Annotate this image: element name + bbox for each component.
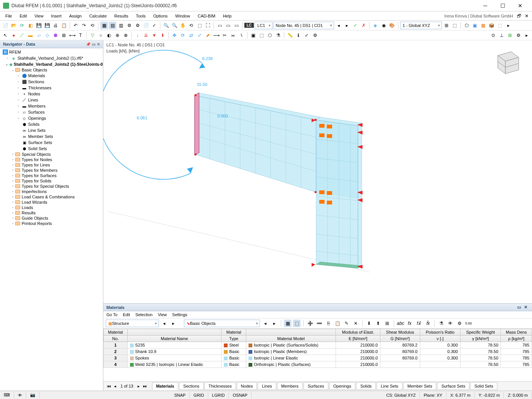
- cube-icon[interactable]: ⬚: [496, 22, 504, 29]
- release-icon[interactable]: ◐: [105, 32, 113, 39]
- mod-icon[interactable]: ⊗: [122, 32, 130, 39]
- grid2-icon[interactable]: ⊞: [506, 32, 514, 39]
- tab-thicknesses[interactable]: Thicknesses: [204, 382, 236, 390]
- open-icon[interactable]: 📂: [10, 22, 17, 29]
- front-icon[interactable]: ▭: [216, 22, 223, 29]
- side-icon[interactable]: ▭: [224, 22, 232, 29]
- menu-settings[interactable]: Settings: [172, 312, 187, 317]
- colors-icon[interactable]: 🎨: [388, 22, 396, 29]
- preview-icon[interactable]: 📋: [60, 22, 68, 29]
- tree-folder-results[interactable]: ›Results: [0, 210, 103, 215]
- dock-icon[interactable]: ▭: [92, 42, 95, 46]
- tree-folder-loads[interactable]: ›Loads: [0, 205, 103, 210]
- workplane-icon[interactable]: ⬚: [451, 22, 459, 29]
- status-eye[interactable]: 👁: [14, 392, 26, 398]
- panel-close-icon[interactable]: ✕: [522, 305, 529, 309]
- mirror-icon[interactable]: ⇄: [187, 32, 195, 39]
- tab-line-sets[interactable]: Line Sets: [377, 382, 402, 390]
- tree-folder-guide-objects[interactable]: ›Guide Objects: [0, 215, 103, 221]
- menu-assign[interactable]: Assign: [65, 13, 86, 19]
- new-icon[interactable]: 📄: [2, 22, 9, 29]
- saveall-icon[interactable]: 💾: [43, 22, 51, 29]
- table-row[interactable]: 4 Weld S235 | Isotropic | Linear Elastic…: [104, 361, 532, 368]
- freeload-icon[interactable]: ⬇: [159, 32, 166, 39]
- open-tool-icon[interactable]: ◇: [43, 32, 51, 39]
- more2-icon[interactable]: ▸: [523, 32, 530, 39]
- clear-icon[interactable]: ✗: [360, 22, 367, 29]
- tree-members[interactable]: ›▬Members: [0, 103, 103, 109]
- box-icon[interactable]: 📦: [488, 22, 496, 29]
- sel-filter-icon[interactable]: ⚗: [274, 32, 282, 39]
- menu-edit[interactable]: Edit: [16, 13, 31, 19]
- materials-table[interactable]: MaterialMaterialModulus of Elast.Shear M…: [103, 329, 532, 368]
- prev2-icon[interactable]: ◂: [261, 320, 269, 327]
- tree-folder-load-wizards[interactable]: ›Load Wizards: [0, 200, 103, 205]
- eye-icon[interactable]: 👁: [446, 320, 454, 327]
- del2-icon[interactable]: ✕: [352, 320, 359, 327]
- load-icon[interactable]: ↓: [134, 32, 141, 39]
- edit2-icon[interactable]: ✎: [343, 320, 350, 327]
- tab-solids[interactable]: Solids: [356, 382, 376, 390]
- prev-lc-icon[interactable]: ◂: [335, 22, 342, 29]
- status-osnap[interactable]: OSNAP: [229, 392, 252, 398]
- extrude-icon[interactable]: ⬈: [204, 32, 212, 39]
- tree-line-sets[interactable]: ⫘Line Sets: [0, 127, 103, 133]
- tree-member-sets[interactable]: ⫘Member Sets: [0, 133, 103, 139]
- tree-nodes[interactable]: ›•Nodes: [0, 91, 103, 97]
- decimals-icon[interactable]: 0.00: [465, 320, 472, 327]
- pan-icon[interactable]: ✋: [179, 22, 187, 29]
- doc-restore-icon[interactable]: 🗗: [515, 12, 523, 20]
- tree-folder-types-for-nodes[interactable]: ›Types for Nodes: [0, 157, 103, 162]
- fit-icon[interactable]: ⛶: [204, 22, 212, 29]
- display-icon[interactable]: ◈: [372, 22, 379, 29]
- tree-folder-types-for-special-objects[interactable]: ›Types for Special Objects: [0, 184, 103, 189]
- doc-close-icon[interactable]: ✕: [523, 12, 530, 20]
- nav-close-icon[interactable]: ✕: [97, 42, 100, 46]
- render-icon[interactable]: ◉: [380, 22, 388, 29]
- info-icon[interactable]: ℹ: [294, 32, 302, 39]
- member-tool-icon[interactable]: ▬: [27, 32, 34, 39]
- tree-thicknesses[interactable]: ›▬Thicknesses: [0, 85, 103, 91]
- menu-window[interactable]: Window: [171, 13, 194, 19]
- maximize-button[interactable]: ☐: [494, 0, 511, 11]
- tree-folder-printout-reports[interactable]: ›Printout Reports: [0, 221, 103, 226]
- hinge-icon[interactable]: ○: [97, 32, 104, 39]
- measure-icon[interactable]: 📏: [286, 32, 294, 39]
- addon-icon[interactable]: ▦: [480, 22, 487, 29]
- export-icon[interactable]: ⬆: [374, 320, 382, 327]
- cs-combo[interactable]: 1 - Global XYZ: [400, 22, 442, 29]
- next2-icon[interactable]: ▸: [271, 320, 278, 327]
- history-icon[interactable]: ⟲: [89, 22, 96, 29]
- tab-lines[interactable]: Lines: [258, 382, 276, 390]
- tab-materials[interactable]: Materials: [152, 382, 179, 390]
- status-grid[interactable]: GRID: [190, 392, 208, 398]
- fx3-icon[interactable]: f̂x: [424, 320, 432, 327]
- tree-root[interactable]: RRFEM: [0, 49, 103, 55]
- sel-win-icon[interactable]: ⬚: [258, 32, 265, 39]
- sel-rows-icon[interactable]: ▦: [284, 320, 291, 327]
- nav-cube[interactable]: [490, 44, 524, 78]
- more-icon[interactable]: ▸: [505, 22, 512, 29]
- move-icon[interactable]: ✥: [171, 32, 178, 39]
- tab-nodes[interactable]: Nodes: [237, 382, 257, 390]
- tree-folder-types-for-solids[interactable]: ›Types for Solids: [0, 178, 103, 184]
- zoom-icon[interactable]: 🔍: [162, 22, 170, 29]
- tree-folder-imperfections[interactable]: ›Imperfections: [0, 189, 103, 194]
- check-icon[interactable]: ✓: [150, 22, 158, 29]
- set-tool-icon[interactable]: ⊞: [60, 32, 68, 39]
- tree-surface-sets[interactable]: ▣Surface Sets: [0, 139, 103, 146]
- check2-icon[interactable]: ✓: [303, 32, 310, 39]
- solid-tool-icon[interactable]: ⬢: [52, 32, 59, 39]
- next-lc-icon[interactable]: ▸: [343, 22, 351, 29]
- menu-tools[interactable]: Tools: [132, 13, 149, 19]
- tab-members[interactable]: Members: [277, 382, 303, 390]
- tree-materials[interactable]: ›🔵Materials: [0, 73, 103, 79]
- zoom2-icon[interactable]: 🔍: [171, 22, 178, 29]
- next-page-icon[interactable]: ▸: [136, 384, 141, 389]
- tree-sections[interactable]: ›⬛Sections: [0, 79, 103, 85]
- fx-icon[interactable]: fx: [406, 320, 413, 327]
- calc2-icon[interactable]: ⚙: [134, 22, 141, 29]
- view3d-icon[interactable]: ⬚: [196, 22, 203, 29]
- solid-icon[interactable]: ▣: [471, 22, 479, 29]
- rotate-icon[interactable]: ⟲: [187, 22, 195, 29]
